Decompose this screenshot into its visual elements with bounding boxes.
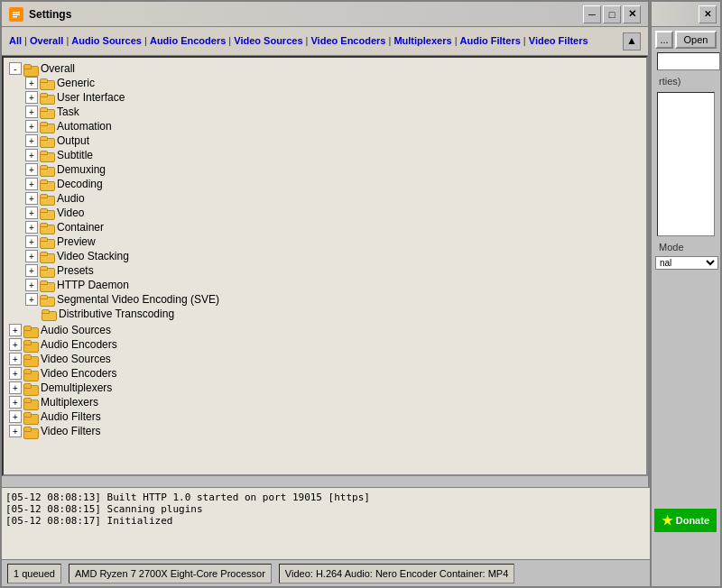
status-bar: 1 queued AMD Ryzen 7 2700X Eight-Core Pr… [2, 559, 652, 586]
tree-label-automation: Automation [57, 120, 112, 133]
expand-container[interactable]: + [25, 221, 38, 234]
tree-item-preview[interactable]: + Preview [7, 234, 643, 249]
expand-http-daemon[interactable]: + [25, 279, 38, 291]
expand-demuxing[interactable]: + [25, 163, 38, 176]
expand-presets[interactable]: + [25, 264, 38, 277]
expand-video[interactable]: + [25, 207, 38, 219]
tree-item-demultiplexers[interactable]: + Demultiplexers [7, 381, 643, 395]
tree-item-presets[interactable]: + Presets [7, 263, 643, 278]
status-video-audio: Video: H.264 Audio: Nero Encoder Contain… [279, 564, 514, 583]
right-input-field[interactable] [657, 52, 720, 70]
tree-panel[interactable]: - Overall + Generic + User Interface + T… [2, 56, 648, 476]
tree-item-video-stacking[interactable]: + Video Stacking [7, 249, 643, 263]
expand-demultiplexers[interactable]: + [9, 381, 22, 394]
open-button[interactable]: Open [675, 31, 717, 49]
tree-item-multiplexers[interactable]: + Multiplexers [7, 395, 643, 409]
tree-item-http-daemon[interactable]: + HTTP Daemon [7, 278, 643, 292]
tree-label-user-interface: User Interface [57, 91, 125, 104]
maximize-button[interactable]: □ [603, 5, 621, 23]
nav-all[interactable]: All [9, 35, 22, 46]
expand-user-interface[interactable]: + [25, 91, 38, 104]
tree-item-video[interactable]: + Video [7, 206, 643, 220]
tree-item-user-interface[interactable]: + User Interface [7, 90, 643, 105]
tree-label-video-stacking: Video Stacking [57, 250, 129, 262]
expand-output[interactable]: + [25, 134, 38, 147]
expand-generic[interactable]: + [25, 77, 38, 89]
nav-overall[interactable]: Overall [30, 35, 63, 46]
expand-video-stacking[interactable]: + [25, 250, 38, 262]
expand-video-filters[interactable]: + [9, 425, 22, 437]
tree-item-distributive-transcoding[interactable]: Distributive Transcoding [7, 307, 643, 321]
tree-item-container[interactable]: + Container [7, 220, 643, 234]
nav-audio-sources[interactable]: Audio Sources [71, 35, 142, 46]
tree-item-video-sources[interactable]: + Video Sources [7, 352, 643, 366]
expand-video-sources[interactable]: + [9, 353, 22, 365]
nav-audio-encoders[interactable]: Audio Encoders [150, 35, 226, 46]
folder-icon-video-sources [23, 353, 38, 365]
expand-task[interactable]: + [25, 106, 38, 118]
expand-multiplexers[interactable]: + [9, 396, 22, 409]
folder-icon-sve [40, 293, 54, 306]
tree-label-decoding: Decoding [57, 178, 103, 190]
tree-item-audio-filters[interactable]: + Audio Filters [7, 409, 643, 424]
right-title-bar: ✕ [652, 2, 720, 27]
mode-select[interactable]: nal Fast Slow [655, 256, 718, 270]
tree-item-subtitle[interactable]: + Subtitle [7, 148, 643, 162]
expand-video-encoders[interactable]: + [9, 367, 22, 380]
expand-audio-sources[interactable]: + [9, 324, 22, 336]
tree-item-overall[interactable]: - Overall [7, 61, 643, 76]
tree-item-video-filters[interactable]: + Video Filters [7, 424, 643, 438]
tree-item-audio-encoders[interactable]: + Audio Encoders [7, 337, 643, 352]
expand-audio-encoders[interactable]: + [9, 338, 22, 351]
tree-label-demultiplexers: Demultiplexers [41, 381, 112, 394]
nav-video-filters[interactable]: Video Filters [529, 35, 588, 46]
tree-label-distributive-transcoding: Distributive Transcoding [59, 308, 174, 320]
tree-item-decoding[interactable]: + Decoding [7, 177, 643, 191]
folder-icon-video [40, 207, 54, 219]
status-processor: AMD Ryzen 7 2700X Eight-Core Processor [69, 564, 272, 583]
tree-item-audio[interactable]: + Audio [7, 191, 643, 206]
nav-video-sources[interactable]: Video Sources [234, 35, 302, 46]
app-icon [9, 7, 23, 22]
tree-item-sve[interactable]: + Segmental Video Encoding (SVE) [7, 292, 643, 307]
nav-scroll-up[interactable]: ▲ [623, 32, 641, 51]
expand-preview[interactable]: + [25, 235, 38, 248]
folder-icon-demultiplexers [23, 381, 38, 394]
donate-button[interactable]: ★ Donate [654, 509, 717, 532]
tree-label-video-sources: Video Sources [41, 353, 111, 365]
tree-item-generic[interactable]: + Generic [7, 76, 643, 90]
tree-item-output[interactable]: + Output [7, 133, 643, 148]
right-content: ... Open rties) Mode nal Fast Slow [652, 27, 720, 273]
window-title: Settings [29, 8, 583, 21]
right-close-btn[interactable]: ✕ [699, 5, 717, 23]
expand-automation[interactable]: + [25, 120, 38, 133]
expand-sve[interactable]: + [25, 293, 38, 306]
browse-button[interactable]: ... [655, 31, 673, 49]
close-button[interactable]: ✕ [623, 5, 641, 23]
window-controls: ─ □ ✕ [583, 5, 641, 23]
tree-label-multiplexers: Multiplexers [41, 396, 98, 409]
right-open-area: ... Open [655, 31, 717, 49]
expand-audio[interactable]: + [25, 192, 38, 205]
log-line-1: [05-12 08:08:13] Built HTTP 1.0 started … [5, 492, 648, 503]
folder-icon-decoding [40, 178, 54, 190]
expand-overall[interactable]: - [9, 62, 22, 75]
tree-label-subtitle: Subtitle [57, 149, 93, 161]
tree-item-task[interactable]: + Task [7, 105, 643, 119]
tree-item-audio-sources[interactable]: + Audio Sources [7, 323, 643, 337]
nav-multiplexers[interactable]: Multiplexers [393, 35, 451, 46]
tree-label-demuxing: Demuxing [57, 163, 106, 176]
tree-item-video-encoders[interactable]: + Video Encoders [7, 366, 643, 381]
tree-label-sve: Segmental Video Encoding (SVE) [57, 293, 219, 306]
svg-rect-1 [13, 12, 20, 14]
tree-item-automation[interactable]: + Automation [7, 119, 643, 133]
expand-audio-filters[interactable]: + [9, 410, 22, 423]
expand-subtitle[interactable]: + [25, 149, 38, 161]
tree-label-video: Video [57, 207, 84, 219]
expand-decoding[interactable]: + [25, 178, 38, 190]
tree-label-http-daemon: HTTP Daemon [57, 279, 129, 291]
minimize-button[interactable]: ─ [583, 5, 601, 23]
nav-audio-filters[interactable]: Audio Filters [460, 35, 521, 46]
tree-item-demuxing[interactable]: + Demuxing [7, 162, 643, 177]
nav-video-encoders[interactable]: Video Encoders [310, 35, 385, 46]
